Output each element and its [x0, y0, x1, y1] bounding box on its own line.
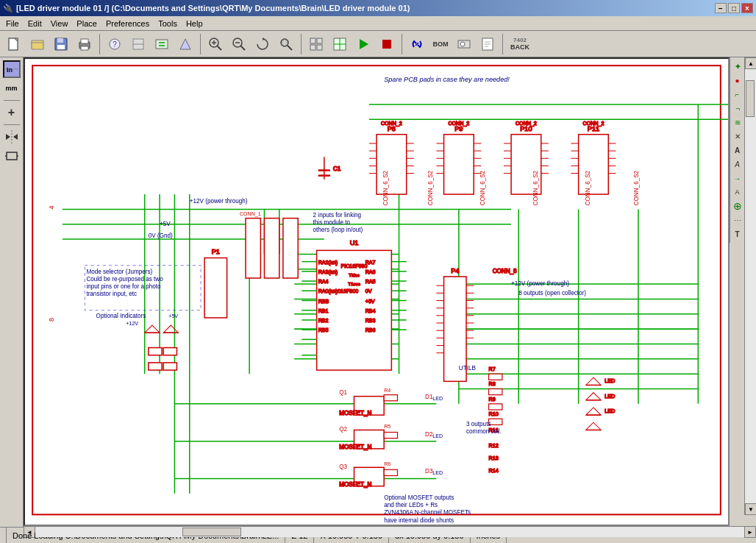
scroll-thumb-horizontal[interactable]	[182, 528, 241, 536]
menu-view[interactable]: View	[46, 18, 73, 29]
tb-stop[interactable]	[376, 34, 398, 54]
rt-btn12[interactable]: ⋯	[732, 214, 743, 226]
rt-btn11[interactable]: ⊕	[732, 200, 743, 212]
lt-units[interactable]: mm	[3, 79, 21, 97]
svg-text:R9: R9	[489, 397, 496, 402]
svg-rect-242	[489, 374, 502, 380]
svg-text:CONN_2: CONN_2	[516, 121, 537, 127]
svg-text:RA0(an)016F800: RA0(an)016F800	[318, 288, 359, 294]
tb-back[interactable]: 7402 BACK	[507, 34, 533, 54]
tb-nav2[interactable]	[329, 34, 351, 54]
menu-tools[interactable]: Tools	[154, 18, 182, 29]
svg-rect-104	[444, 135, 474, 194]
minimize-button[interactable]: −	[715, 3, 727, 13]
tb-run[interactable]	[352, 34, 374, 54]
scroll-thumb-abs[interactable]	[746, 80, 755, 117]
app-icon: 🔌	[3, 4, 13, 13]
tb-zoom-area[interactable]	[275, 34, 297, 54]
svg-text:0V (Gnd): 0V (Gnd)	[149, 233, 173, 239]
lt-cursor[interactable]: In	[3, 60, 21, 78]
svg-text:P1: P1	[212, 248, 220, 255]
svg-text:this module to: this module to	[313, 219, 351, 226]
svg-text:CONN_6_S2: CONN_6_S2	[633, 170, 640, 205]
schematic-canvas-area[interactable]: P1 P8	[24, 57, 730, 526]
title-text: 🔌 [LED driver module 01 /] (C:\Documents…	[3, 4, 410, 13]
svg-text:CONN_6_S2: CONN_6_S2	[585, 170, 591, 205]
tb-open[interactable]	[26, 34, 49, 54]
tb-save[interactable]	[50, 34, 72, 54]
tb-btn6[interactable]	[127, 34, 149, 54]
scroll-track-horizontal[interactable]	[35, 527, 744, 537]
tb-sep2	[200, 34, 201, 54]
svg-text:MOSFET_N: MOSFET_N	[339, 410, 371, 416]
lt-component[interactable]	[3, 147, 21, 165]
tb-new[interactable]	[3, 34, 25, 54]
svg-text:PIC16F690: PIC16F690	[341, 263, 368, 269]
svg-text:RB1: RB1	[318, 308, 329, 314]
svg-text:LED: LED	[432, 433, 443, 439]
close-button[interactable]: ×	[741, 3, 753, 13]
menu-help[interactable]: Help	[182, 18, 207, 29]
tb-nav1[interactable]	[305, 34, 327, 54]
rt-btn6[interactable]: ✕	[732, 130, 743, 142]
rt-btn3[interactable]: ⌐	[732, 88, 743, 100]
rt-btn13[interactable]: T	[732, 228, 743, 240]
svg-rect-238	[149, 348, 162, 355]
rt-btn9[interactable]: →	[732, 172, 743, 184]
lt-mirror[interactable]	[3, 128, 21, 146]
svg-text:MOSFET_N: MOSFET_N	[339, 444, 371, 450]
svg-rect-27	[310, 38, 315, 43]
tb-notes[interactable]	[477, 34, 499, 54]
menu-preferences[interactable]: Preferences	[101, 18, 154, 29]
svg-text:Optional MOSFET outputs: Optional MOSFET outputs	[384, 494, 454, 501]
svg-rect-244	[489, 404, 502, 410]
svg-text:4: 4	[48, 205, 55, 209]
svg-text:CONN_2: CONN_2	[448, 121, 469, 127]
tb-zoom-out[interactable]	[228, 34, 250, 54]
maximize-button[interactable]: □	[728, 3, 740, 13]
svg-text:R10: R10	[489, 411, 499, 417]
svg-text:LED: LED	[605, 378, 615, 384]
menu-edit[interactable]: Edit	[24, 18, 46, 29]
tb-print[interactable]	[74, 34, 96, 54]
scroll-track-abs[interactable]	[745, 69, 756, 503]
tb-settings[interactable]	[453, 34, 475, 54]
tb-zoom-in[interactable]	[204, 34, 227, 54]
svg-text:MOSFET_N: MOSFET_N	[339, 481, 371, 488]
rt-btn10[interactable]: A	[732, 186, 743, 198]
svg-text:RBB: RBB	[318, 299, 329, 305]
svg-marker-15	[180, 39, 190, 49]
lt-add-junction[interactable]: +	[3, 104, 21, 121]
svg-text:CONN_2: CONN_2	[583, 121, 605, 127]
tb-link[interactable]	[406, 34, 428, 54]
tb-bom[interactable]: BOM	[429, 34, 452, 54]
menu-file[interactable]: File	[1, 18, 24, 29]
menu-place[interactable]: Place	[72, 18, 101, 29]
svg-text:input pins or one for a photo: input pins or one for a photo	[86, 283, 161, 290]
svg-rect-240	[149, 363, 162, 370]
svg-text:CONN_2: CONN_2	[381, 121, 402, 127]
rt-btn1[interactable]: ✦	[732, 60, 743, 72]
scroll-down-abs[interactable]: ▼	[745, 503, 756, 515]
rt-btn7[interactable]: A	[732, 144, 743, 156]
scroll-right-button[interactable]: ►	[744, 526, 756, 538]
rt-btn2[interactable]: ●	[732, 74, 743, 86]
tb-refresh[interactable]	[252, 34, 274, 54]
svg-rect-12	[156, 40, 168, 49]
tb-btn7[interactable]	[151, 34, 173, 54]
svg-text:and their LEDs + Rs: and their LEDs + Rs	[384, 502, 438, 508]
tb-btn5[interactable]: ?	[104, 34, 126, 54]
menu-bar: File Edit View Place Preferences Tools H…	[0, 16, 756, 31]
svg-text:RB6: RB6	[365, 327, 376, 333]
svg-rect-26	[282, 40, 287, 45]
scroll-up-abs[interactable]: ▲	[745, 57, 756, 69]
rt-btn4[interactable]: ⌐	[732, 102, 743, 114]
svg-text:?: ?	[113, 40, 117, 49]
rt-btn5[interactable]: ≋	[732, 116, 743, 128]
svg-text:Could be re-purposed as two: Could be re-purposed as two	[86, 276, 163, 283]
svg-rect-281	[384, 395, 397, 401]
rt-btn8[interactable]: A	[732, 158, 743, 170]
svg-line-17	[217, 46, 221, 50]
tb-btn8[interactable]	[174, 34, 196, 54]
svg-rect-283	[384, 469, 397, 475]
